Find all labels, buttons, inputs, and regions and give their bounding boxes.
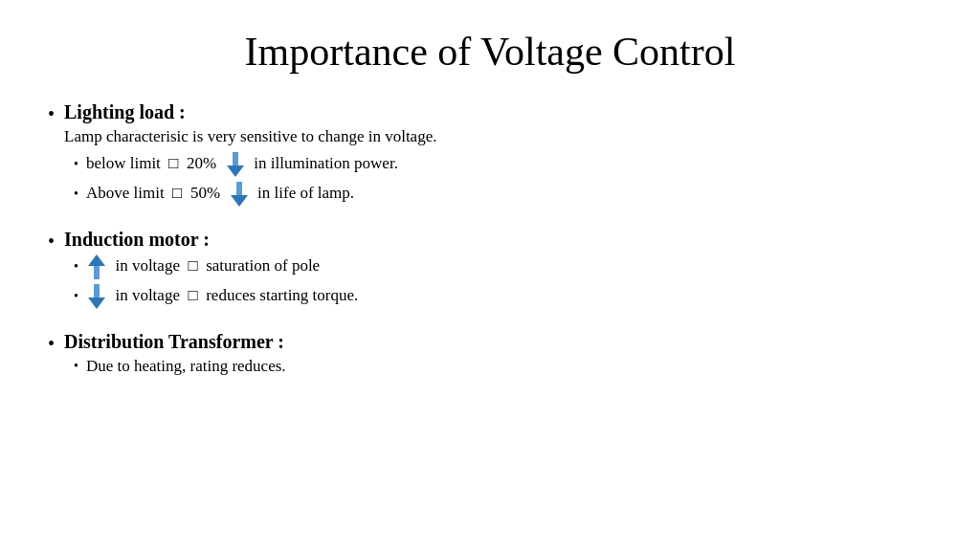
distribution-label: Distribution Transformer :	[64, 331, 932, 353]
lighting-description: Lamp characterisic is very sensitive to …	[64, 127, 932, 146]
lighting-label: Lighting load :	[64, 101, 932, 123]
sub-bullet-3a: •	[74, 359, 78, 374]
lighting-item-1-text: below limit □ 20% in illumination power.	[86, 152, 398, 177]
distribution-sub-list: • Due to heating, rating reduces.	[64, 357, 932, 376]
lighting-item-2-text: Above limit □ 50% in life of lamp.	[86, 182, 354, 207]
slide-title: Importance of Voltage Control	[48, 29, 932, 75]
distribution-item-1: • Due to heating, rating reduces.	[74, 357, 932, 376]
svg-rect-0	[233, 152, 238, 165]
arrow-down-icon-1	[227, 152, 244, 177]
lighting-item-2: • Above limit □ 50% in life of lamp.	[74, 182, 932, 207]
induction-sub-list: • in voltage □ saturation of pole •	[64, 254, 932, 309]
bullet-dot-1: •	[48, 103, 55, 125]
sub-bullet-1a: •	[74, 157, 78, 172]
section-lighting: • Lighting load : Lamp characterisic is …	[48, 101, 932, 211]
svg-rect-2	[236, 182, 242, 195]
slide-container: Importance of Voltage Control • Lighting…	[0, 0, 980, 551]
svg-marker-3	[231, 195, 248, 207]
sub-bullet-1b: •	[74, 187, 78, 202]
distribution-item-1-text: Due to heating, rating reduces.	[86, 357, 286, 376]
induction-content: Induction motor : • in voltage □ saturat…	[64, 229, 932, 314]
arrow-up-icon-1	[88, 254, 105, 279]
induction-item-1-text: in voltage □ saturation of pole	[86, 254, 320, 279]
svg-marker-7	[88, 298, 105, 309]
svg-marker-1	[227, 165, 244, 177]
induction-item-1: • in voltage □ saturation of pole	[74, 254, 932, 279]
section-distribution: • Distribution Transformer : • Due to he…	[48, 331, 932, 381]
induction-item-2-text: in voltage □ reduces starting torque.	[86, 284, 358, 309]
sub-bullet-2a: •	[74, 259, 78, 275]
lighting-item-1: • below limit □ 20% in illumination powe…	[74, 152, 932, 177]
main-content-list: • Lighting load : Lamp characterisic is …	[48, 101, 932, 381]
induction-item-2: • in voltage □ reduces starting torque.	[74, 284, 932, 309]
svg-rect-6	[94, 284, 100, 298]
arrow-down-icon-3	[88, 284, 105, 309]
svg-rect-5	[94, 266, 100, 279]
svg-marker-4	[88, 254, 105, 266]
sub-bullet-2b: •	[74, 289, 78, 304]
lighting-content: Lighting load : Lamp characterisic is ve…	[64, 101, 932, 211]
bullet-dot-3: •	[48, 333, 55, 355]
induction-label: Induction motor :	[64, 229, 932, 251]
lighting-sub-list: • below limit □ 20% in illumination powe…	[64, 152, 932, 207]
distribution-content: Distribution Transformer : • Due to heat…	[64, 331, 932, 381]
bullet-dot-2: •	[48, 231, 55, 253]
arrow-down-icon-2	[231, 182, 248, 207]
section-induction: • Induction motor : • in voltage □ satur…	[48, 229, 932, 314]
